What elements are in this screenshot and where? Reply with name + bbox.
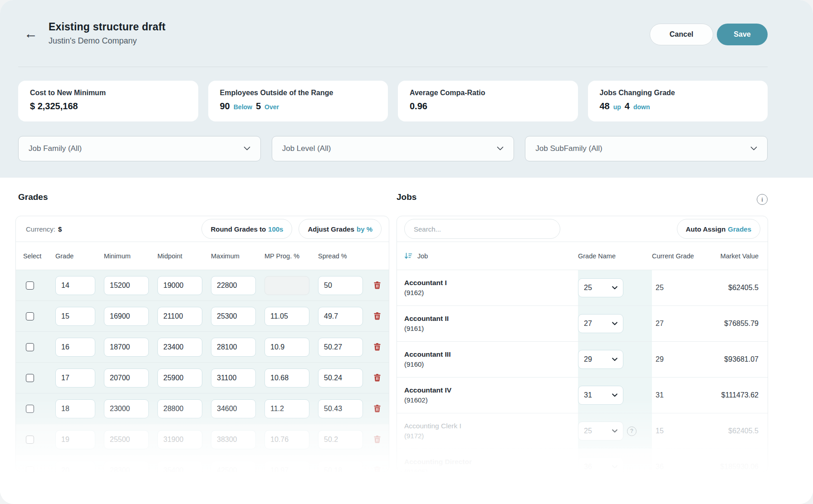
spread-input[interactable] [318, 307, 363, 326]
row-checkbox[interactable] [26, 466, 34, 473]
grade-row [16, 362, 389, 393]
spread-input[interactable] [318, 276, 363, 295]
grade-input[interactable] [55, 461, 95, 473]
current-grade-value: 31 [652, 391, 702, 399]
row-checkbox[interactable] [26, 374, 34, 382]
delete-grade-button[interactable] [374, 343, 381, 351]
row-checkbox[interactable] [26, 281, 34, 290]
market-value: $93681.07 [702, 355, 768, 363]
minimum-input[interactable] [104, 399, 149, 418]
midpoint-input[interactable] [157, 307, 202, 326]
midpoint-input[interactable] [157, 276, 202, 295]
midpoint-input[interactable] [157, 368, 202, 388]
adjust-grades-button[interactable]: Adjust Grades by % [299, 219, 382, 239]
job-code: (91605) [404, 467, 578, 472]
job-code: (9162) [404, 288, 578, 298]
minimum-input[interactable] [104, 276, 149, 295]
grades-column-headers: Select Grade Minimum Midpoint Maximum MP… [16, 242, 389, 270]
search-input[interactable] [404, 219, 560, 239]
grade-name-select[interactable]: 25 [578, 422, 623, 441]
mp-prog-input[interactable] [264, 461, 309, 473]
selected-grade: 27 [584, 320, 592, 328]
maximum-input[interactable] [211, 338, 256, 357]
save-button[interactable]: Save [717, 24, 768, 45]
mp-prog-input[interactable] [264, 430, 309, 449]
delete-grade-button[interactable] [374, 405, 381, 412]
mp-prog-input[interactable] [264, 307, 309, 326]
grade-name-select[interactable]: 36 [578, 457, 623, 472]
back-arrow-icon[interactable]: ← [22, 24, 40, 43]
row-checkbox[interactable] [26, 343, 34, 351]
midpoint-input[interactable] [157, 338, 202, 357]
spread-input[interactable] [318, 368, 363, 388]
grade-name-cell: 36 [578, 449, 652, 472]
mp-prog-input[interactable] [264, 276, 309, 295]
mp-prog-input[interactable] [264, 399, 309, 418]
grade-name-select[interactable]: 27 [578, 314, 623, 333]
minimum-input[interactable] [104, 461, 149, 473]
grade-name-select[interactable]: 31 [578, 386, 623, 405]
grade-input[interactable] [55, 338, 95, 357]
mp-prog-input[interactable] [264, 338, 309, 357]
currency-symbol: $ [58, 225, 62, 233]
midpoint-input[interactable] [157, 399, 202, 418]
maximum-input[interactable] [211, 307, 256, 326]
maximum-input[interactable] [211, 461, 256, 473]
cancel-button[interactable]: Cancel [650, 24, 713, 45]
row-checkbox[interactable] [26, 312, 34, 320]
spread-input[interactable] [318, 430, 363, 449]
maximum-input[interactable] [211, 276, 256, 295]
grade-input[interactable] [55, 276, 95, 295]
grade-input[interactable] [55, 307, 95, 326]
minimum-input[interactable] [104, 307, 149, 326]
job-name: Accountant I [404, 278, 578, 288]
grade-name-select[interactable]: 25 [578, 278, 623, 297]
row-checkbox[interactable] [26, 405, 34, 413]
delete-grade-button[interactable] [374, 374, 381, 382]
spread-input[interactable] [318, 338, 363, 357]
mp-prog-input[interactable] [264, 368, 309, 388]
filters-row: Job Family (All) Job Level (All) Job Sub… [18, 136, 768, 161]
row-checkbox[interactable] [26, 436, 34, 444]
job-cell: Accountant II(9161) [404, 314, 578, 334]
jobs-column-headers: Job Grade Name Current Grade Market Valu… [397, 242, 768, 270]
minimum-input[interactable] [104, 430, 149, 449]
job-cell: Accountant III(9160) [404, 349, 578, 369]
chevron-down-icon [750, 146, 757, 151]
info-icon[interactable]: i [757, 194, 768, 205]
grades-panel: Currency: $ Round Grades to 100s Adjust … [15, 216, 389, 472]
grade-input[interactable] [55, 399, 95, 418]
stat-value-below: 90 [220, 101, 230, 111]
stat-value: 0.96 [410, 101, 427, 111]
auto-assign-grades-button[interactable]: Auto Assign Grades [677, 219, 760, 239]
grade-input[interactable] [55, 368, 95, 388]
maximum-input[interactable] [211, 430, 256, 449]
grade-name-cell: 29 [578, 342, 652, 377]
job-family-filter[interactable]: Job Family (All) [18, 136, 261, 161]
delete-grade-button[interactable] [374, 436, 381, 443]
maximum-input[interactable] [211, 368, 256, 388]
stat-card-outside-range: Employees Outside of the Range 90 Below … [208, 81, 388, 121]
spread-input[interactable] [318, 461, 363, 473]
minimum-input[interactable] [104, 338, 149, 357]
grades-toolbar: Currency: $ Round Grades to 100s Adjust … [16, 216, 389, 242]
grade-name-select[interactable]: 29 [578, 350, 623, 369]
midpoint-input[interactable] [157, 461, 202, 473]
job-level-filter[interactable]: Job Level (All) [272, 136, 514, 161]
sort-icon[interactable] [404, 252, 412, 260]
help-icon[interactable]: ? [627, 426, 637, 436]
stat-label: Average Compa-Ratio [410, 89, 566, 97]
job-subfamily-filter[interactable]: Job SubFamily (All) [525, 136, 768, 161]
current-grade-value: 15 [652, 427, 702, 435]
filter-label: Job SubFamily (All) [535, 144, 750, 153]
grade-input[interactable] [55, 430, 95, 449]
maximum-input[interactable] [211, 399, 256, 418]
delete-grade-button[interactable] [374, 466, 381, 472]
spread-input[interactable] [318, 399, 363, 418]
delete-grade-button[interactable] [374, 312, 381, 320]
midpoint-input[interactable] [157, 430, 202, 449]
jobs-rows: Accountant I(9162)2525$62405.5Accountant… [397, 270, 768, 472]
delete-grade-button[interactable] [374, 281, 381, 289]
minimum-input[interactable] [104, 368, 149, 388]
round-grades-button[interactable]: Round Grades to 100s [201, 219, 292, 239]
